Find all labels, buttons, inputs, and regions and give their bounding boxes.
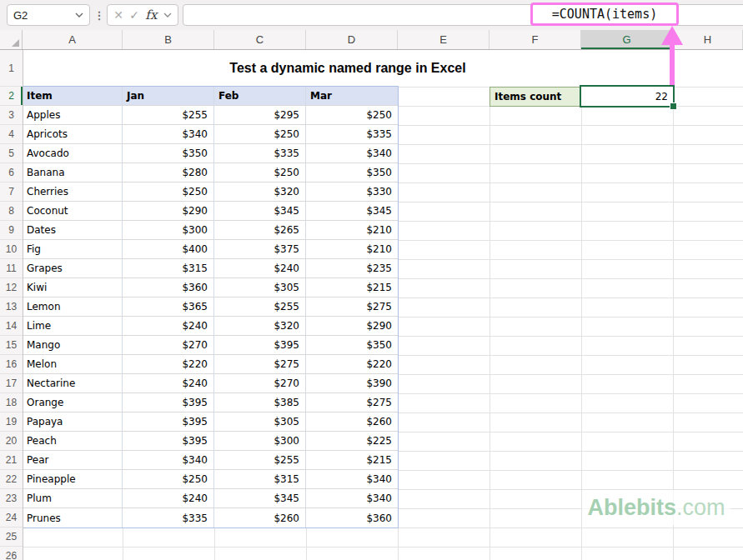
- cell-B9[interactable]: $300: [123, 221, 214, 239]
- row-header-7[interactable]: 7: [0, 182, 23, 202]
- row-header-15[interactable]: 15: [0, 336, 23, 355]
- cell-C7[interactable]: $320: [214, 182, 306, 201]
- cell-C21[interactable]: $255: [214, 451, 306, 469]
- cell-A4[interactable]: Apricots: [23, 125, 123, 143]
- cell-D14[interactable]: $290: [306, 317, 398, 335]
- cell-D12[interactable]: $215: [306, 278, 398, 297]
- row-header-12[interactable]: 12: [0, 278, 23, 298]
- cell-B14[interactable]: $240: [123, 317, 214, 335]
- cell-D2[interactable]: Mar: [306, 87, 398, 105]
- row-header-4[interactable]: 4: [0, 125, 23, 144]
- cell-D24[interactable]: $360: [306, 508, 398, 528]
- cell-C10[interactable]: $375: [214, 240, 306, 258]
- row-header-3[interactable]: 3: [0, 106, 23, 125]
- cancel-icon[interactable]: ✕: [113, 8, 123, 22]
- row-header-26[interactable]: 26: [0, 547, 23, 560]
- cell-D23[interactable]: $340: [306, 489, 398, 508]
- cell-C23[interactable]: $345: [214, 489, 306, 508]
- cell-B2[interactable]: Jan: [123, 87, 214, 105]
- cell-D16[interactable]: $220: [306, 355, 398, 373]
- cell-D5[interactable]: $340: [306, 144, 398, 162]
- cell-B17[interactable]: $240: [123, 374, 214, 392]
- cell-A7[interactable]: Cherries: [23, 182, 123, 201]
- cell-A22[interactable]: Pineapple: [23, 470, 123, 488]
- cell-A18[interactable]: Orange: [23, 393, 123, 412]
- cell-D17[interactable]: $390: [306, 374, 398, 392]
- cell-C8[interactable]: $345: [214, 202, 306, 220]
- row-header-18[interactable]: 18: [0, 393, 23, 412]
- fx-chevron-down-icon[interactable]: [163, 12, 172, 18]
- cell-A13[interactable]: Lemon: [23, 298, 123, 316]
- row-header-16[interactable]: 16: [0, 355, 23, 374]
- row-header-14[interactable]: 14: [0, 317, 23, 336]
- cell-D20[interactable]: $225: [306, 432, 398, 450]
- cell-F2-items-count[interactable]: Items count: [489, 87, 582, 107]
- column-header-A[interactable]: A: [23, 30, 123, 49]
- cell-D4[interactable]: $335: [306, 125, 398, 143]
- cell-A16[interactable]: Melon: [23, 355, 123, 373]
- chevron-down-icon[interactable]: [75, 12, 83, 18]
- cell-B20[interactable]: $395: [123, 432, 214, 450]
- cell-C22[interactable]: $315: [214, 470, 306, 488]
- row-header-6[interactable]: 6: [0, 163, 23, 182]
- cell-A11[interactable]: Grapes: [23, 259, 123, 278]
- cell-C9[interactable]: $265: [214, 221, 306, 239]
- cell-B23[interactable]: $240: [123, 489, 214, 508]
- cell-G2-selected[interactable]: 22: [580, 85, 675, 108]
- row-header-17[interactable]: 17: [0, 374, 23, 393]
- cell-B10[interactable]: $400: [123, 240, 214, 258]
- cell-B24[interactable]: $335: [123, 508, 214, 528]
- cell-A6[interactable]: Banana: [23, 163, 123, 182]
- cell-D3[interactable]: $250: [306, 106, 398, 124]
- cell-C13[interactable]: $255: [214, 298, 306, 316]
- cell-C24[interactable]: $260: [214, 508, 306, 528]
- row-header-10[interactable]: 10: [0, 240, 23, 259]
- cell-C5[interactable]: $335: [214, 144, 306, 162]
- row-header-19[interactable]: 19: [0, 412, 23, 432]
- row-header-11[interactable]: 11: [0, 259, 23, 278]
- row-header-25[interactable]: 25: [0, 528, 23, 547]
- cell-D10[interactable]: $210: [306, 240, 398, 258]
- more-options-icon[interactable]: ⋮: [94, 4, 104, 26]
- enter-icon[interactable]: ✓: [129, 8, 139, 22]
- cell-D18[interactable]: $275: [306, 393, 398, 412]
- cell-D6[interactable]: $350: [306, 163, 398, 182]
- cell-A14[interactable]: Lime: [23, 317, 123, 335]
- cell-A12[interactable]: Kiwi: [23, 278, 123, 297]
- cell-A23[interactable]: Plum: [23, 489, 123, 508]
- cell-B5[interactable]: $350: [123, 144, 214, 162]
- cell-A19[interactable]: Papaya: [23, 412, 123, 431]
- column-header-E[interactable]: E: [398, 30, 489, 49]
- column-header-G[interactable]: G: [581, 30, 673, 49]
- row-header-9[interactable]: 9: [0, 221, 23, 240]
- cell-C4[interactable]: $250: [214, 125, 306, 143]
- cell-C11[interactable]: $240: [214, 259, 306, 278]
- cell-C20[interactable]: $300: [214, 432, 306, 450]
- row-header-23[interactable]: 23: [0, 489, 23, 508]
- cell-D22[interactable]: $340: [306, 470, 398, 488]
- cell-D8[interactable]: $345: [306, 202, 398, 220]
- cell-A24[interactable]: Prunes: [23, 508, 123, 528]
- cell-A15[interactable]: Mango: [23, 336, 123, 354]
- cell-D15[interactable]: $350: [306, 336, 398, 354]
- fill-handle[interactable]: [670, 102, 677, 110]
- cell-B8[interactable]: $290: [123, 202, 214, 220]
- cell-A17[interactable]: Nectarine: [23, 374, 123, 392]
- row-header-21[interactable]: 21: [0, 451, 23, 470]
- row-header-5[interactable]: 5: [0, 144, 23, 163]
- cell-C16[interactable]: $275: [214, 355, 306, 373]
- cell-A10[interactable]: Fig: [23, 240, 123, 258]
- name-box[interactable]: G2: [7, 4, 90, 26]
- row-header-8[interactable]: 8: [0, 202, 23, 221]
- cell-B12[interactable]: $360: [123, 278, 214, 297]
- column-header-B[interactable]: B: [123, 30, 214, 49]
- column-header-C[interactable]: C: [214, 30, 306, 49]
- cell-B13[interactable]: $365: [123, 298, 214, 316]
- cell-D7[interactable]: $330: [306, 182, 398, 201]
- cell-D11[interactable]: $235: [306, 259, 398, 278]
- row-header-20[interactable]: 20: [0, 432, 23, 451]
- cell-D19[interactable]: $260: [306, 412, 398, 431]
- row-header-22[interactable]: 22: [0, 470, 23, 489]
- cell-B4[interactable]: $340: [123, 125, 214, 143]
- cell-C15[interactable]: $395: [214, 336, 306, 354]
